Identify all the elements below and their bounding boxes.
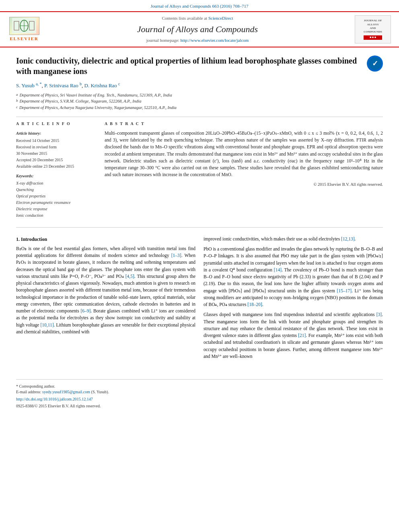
svg-text:✓: ✓ [372,60,378,68]
intro-para-2: improved ionic conductivities, which mak… [204,236,383,242]
contents-line: Contents lists available at ScienceDirec… [40,15,355,21]
intro-para-4: Glasses doped with manganese ions find s… [204,311,383,360]
article-info-panel: A R T I C L E I N F O Article history: R… [16,121,97,219]
affiliation-a-text: Department of Physics, Sri Vasavi Instit… [19,92,172,99]
body-col-right: improved ionic conductivities, which mak… [204,236,383,363]
history-item-1: Received 14 October 2015 [16,138,97,144]
body-col-left: 1. Introduction B₂O₃ is one of the best … [16,236,195,363]
ref-18-20[interactable]: [18–20] [247,302,262,307]
email-note: E-mail address: syedy.yusuf1985@gmail.co… [16,389,383,395]
doi-link[interactable]: http://dx.doi.org/10.1016/j.jallcom.2015… [16,397,93,401]
abstract-title: A B S T R A C T [105,121,383,127]
ref-3b[interactable]: [3] [376,312,382,317]
keywords-label: Keywords: [16,173,97,179]
keywords-list: X-ray diffraction Quenching Optical prop… [16,181,97,218]
ref-4-5[interactable]: [4,5] [125,274,134,279]
elsevier-logo-image [9,17,39,35]
keyword-4: Electron paramagnetic resonance [16,200,97,205]
page-footer: * Corresponding author. E-mail address: … [16,379,383,413]
abstract-copyright: © 2015 Elsevier B.V. All rights reserved… [105,182,383,188]
affiliations-block: a Department of Physics, Sri Vasavi Inst… [16,92,383,111]
author-1: S. Yusub [16,83,35,89]
keyword-2: Quenching [16,187,97,193]
journal-thumbnail: JOURNAL OF ALLOYS AND COMPOUNDS ■ ■ ■ [355,15,391,43]
divider-2 [16,227,383,228]
paper-title-area: Ionic conductivity, dielectric and optic… [16,55,383,76]
sciencedirect-link[interactable]: ScienceDirect [208,16,233,21]
homepage-url-link[interactable]: http://www.elsevier.com/locate/jalcom [181,38,249,43]
journal-header: ELSEVIER Contents lists available at Sci… [0,12,399,47]
main-content: Ionic conductivity, dielectric and optic… [0,47,399,371]
ref-1-3[interactable]: [1–3] [171,253,181,258]
homepage-line: journal homepage: http://www.elsevier.co… [40,37,355,43]
crossmark-badge: ✓ [367,55,383,72]
contents-label: Contents lists available at [162,16,208,21]
author-3: D. Krishna Rao [84,83,117,89]
history-item-3: 30 November 2015 [16,151,97,156]
affiliation-b: b Department of Physics, S.V.R.M. Colleg… [16,98,383,105]
issn-line: 0925-8388/© 2015 Elsevier B.V. All right… [16,403,383,409]
email-label: E-mail address: [16,390,41,394]
journal-center-info: Contents lists available at ScienceDirec… [40,15,355,43]
keyword-3: Optical properties [16,193,97,199]
issn-text: 0925-8388/© 2015 Elsevier B.V. All right… [16,404,101,408]
article-history-label: Article history: [16,131,97,136]
abstract-panel: A B S T R A C T Multi–component transpar… [105,121,383,219]
keyword-6: Ionic conduction [16,213,97,218]
body-columns: 1. Introduction B₂O₃ is one of the best … [16,236,383,363]
ref-12-13[interactable]: [12,13] [341,236,355,241]
corresponding-label: * Corresponding author. [16,384,55,388]
ref-10-11[interactable]: [10,11] [40,322,53,327]
elsevier-logo: ELSEVIER [8,17,40,42]
history-item-5: Available online 23 December 2015 [16,164,97,169]
ref-15-17[interactable]: [15–17] [337,288,352,293]
affiliation-c: c Department of Physics, Acharya Nagarju… [16,105,383,111]
divider-1 [16,117,383,117]
keyword-1: X-ray diffraction [16,181,97,186]
authors-line: S. Yusub a, *, P. Srinivasa Rao b, D. Kr… [16,81,383,90]
keyword-5: Dielectric response [16,206,97,212]
ref-21[interactable]: [21] [298,333,306,338]
ref-6-9[interactable]: [6–9] [80,308,90,313]
author-2: P. Srinivasa Rao [44,83,78,89]
intro-para-1: B₂O₃ is one of the best essential glass … [16,245,195,335]
author-email[interactable]: syedy.yusuf1985@gmail.com [42,390,90,394]
homepage-label: journal homepage: [146,38,181,43]
footer-links: http://dx.doi.org/10.1016/j.jallcom.2015… [16,396,383,402]
abstract-text: Multi–component transparent glasses of c… [105,130,383,179]
affiliation-a: a Department of Physics, Sri Vasavi Inst… [16,92,383,99]
ref-14[interactable]: [14] [274,267,282,272]
journal-title: Journal of Alloys and Compounds [40,23,355,36]
intro-section-header: 1. Introduction [16,236,195,243]
corresponding-author-note: * Corresponding author. [16,384,383,389]
journal-reference: Journal of Alloys and Compounds 663 (201… [151,4,249,8]
article-info-title: A R T I C L E I N F O [16,121,97,127]
affiliation-c-text: Department of Physics, Acharya Nagarjuna… [19,105,177,111]
article-body: A R T I C L E I N F O Article history: R… [16,121,383,219]
elsevier-brand-text: ELSEVIER [10,36,39,42]
paper-title-text: Ionic conductivity, dielectric and optic… [16,55,367,76]
top-banner: Journal of Alloys and Compounds 663 (201… [0,0,399,12]
history-item-2: Received in revised form [16,144,97,150]
email-suffix: (S. Yusub). [91,390,109,394]
affiliation-b-text: Department of Physics, S.V.R.M. College,… [19,98,141,105]
history-item-4: Accepted 20 December 2015 [16,157,97,163]
intro-para-3: PbO is a conventional glass modifier and… [204,246,383,308]
